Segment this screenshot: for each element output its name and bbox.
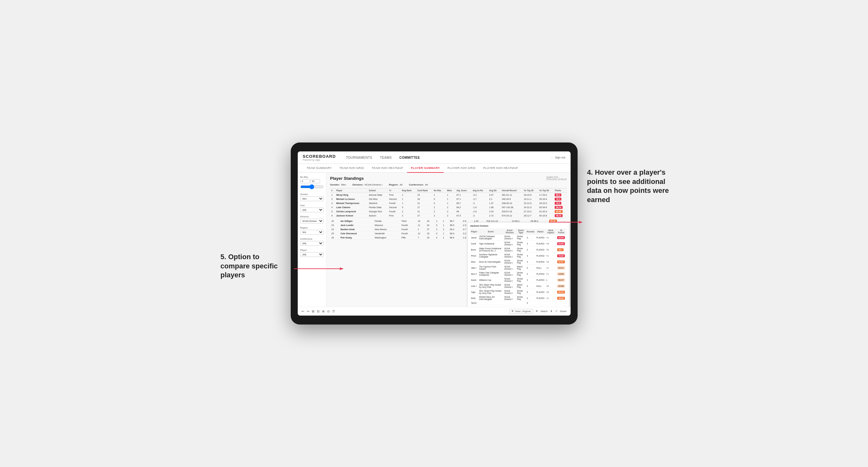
cell-points[interactable]: 70.2	[553, 201, 566, 205]
settings-button[interactable]: ⊙	[327, 310, 330, 313]
th-adj-score: Adj. Score	[455, 188, 471, 193]
sub-nav-player-h2h-grid[interactable]: PLAYER H2H GRID	[444, 164, 479, 172]
filter-region: Region: All	[389, 183, 403, 186]
filter-division-value: NCAA Division I	[365, 183, 382, 186]
filter-conference-value: All	[425, 183, 428, 186]
nav-committee[interactable]: COMMITTEE	[399, 155, 420, 161]
copy-button[interactable]: ⊟	[317, 310, 319, 313]
cell-to-par: -3.2	[471, 193, 488, 197]
eye-icon: 👁	[511, 310, 514, 313]
cell-no-rds: 1	[435, 219, 442, 223]
th-rank: #	[330, 188, 335, 193]
points-badge[interactable]: 88.2	[555, 193, 561, 196]
sub-nav-player-summary[interactable]: PLAYER SUMMARY	[407, 164, 444, 173]
th-no-rds: No Rds.	[433, 188, 446, 193]
cell-no-rds: 2	[433, 205, 446, 210]
filter-gender-value: Men	[341, 183, 346, 186]
cell-school: Florida State	[368, 205, 388, 210]
points-badge[interactable]: 88.34	[555, 206, 562, 209]
popup-cell-points: 30.47	[556, 277, 566, 283]
sidebar: No Rds. Gender Men Year	[298, 173, 327, 307]
cell-reg-rank: 1	[416, 227, 426, 231]
popup-cell-status: PLAYED	[535, 241, 546, 247]
popup-cell-player: Luke I	[470, 283, 478, 289]
sidebar-conference-select[interactable]: (All)	[300, 241, 323, 246]
nav-tournaments[interactable]: TOURNAMENTS	[346, 155, 372, 161]
popup-cell-status: PLAYED	[535, 277, 546, 283]
share-label[interactable]: Share	[560, 310, 566, 313]
tablet-frame: SCOREBOARD Powered by clippi TOURNAMENTS…	[291, 143, 578, 324]
popup-table-row: Mutti Mirabel Maui Jim Intercollegiate N…	[470, 295, 566, 301]
sidebar-no-rds-slider[interactable]	[300, 184, 323, 189]
popup-th-rounds: Rounds	[526, 228, 535, 235]
view-original-button[interactable]: 👁 View: Original	[509, 309, 533, 314]
cell-conf-rank: 21	[416, 201, 432, 205]
cell-rank: 5	[330, 210, 335, 214]
popup-cell-type: Stroke Play	[516, 235, 526, 241]
sidebar-year: Year (All)	[300, 204, 323, 212]
points-badge[interactable]: 70.2	[555, 202, 561, 205]
watch-label[interactable]: Watch	[540, 310, 548, 313]
sidebar-conference-label: Conference	[300, 238, 323, 240]
sidebar-no-rds-max[interactable]	[310, 179, 320, 183]
cell-points[interactable]: 76.3	[553, 197, 566, 201]
popup-header-row: Player Event Event Division Event Type R…	[470, 228, 566, 235]
add-button[interactable]: ⊕	[322, 310, 324, 313]
th-vs25: Vs Top 25	[523, 188, 538, 193]
cell-school: Missouri	[373, 223, 400, 227]
cell-adj-score: 68.6	[448, 236, 461, 240]
main-content: No Rds. Gender Men Year	[298, 173, 570, 307]
table-header-row: # Player School Yr Reg Rank Conf Rank No…	[330, 188, 567, 193]
cell-vs50: 35-16-4	[538, 197, 554, 201]
cell-adj-score: 67.1	[455, 193, 471, 197]
cell-to-par: -2	[471, 214, 488, 218]
sign-out-button[interactable]: Sign out	[555, 156, 565, 159]
sidebar-no-rds-min[interactable]	[300, 179, 310, 183]
undo-button[interactable]: ↩	[302, 310, 304, 313]
sidebar-year-select[interactable]: (All)	[300, 208, 323, 212]
th-wins: Wins	[446, 188, 455, 193]
cell-record: 440-26-6	[500, 197, 523, 201]
cell-points[interactable]: 88.2	[553, 193, 566, 197]
sidebar-gender-select[interactable]: Men	[300, 196, 323, 201]
sub-nav-team-summary[interactable]: TEAM SUMMARY	[303, 164, 336, 172]
sub-nav-team-h2h-heatmap[interactable]: TEAM H2H HEATMAP	[368, 164, 407, 172]
popup-cell-rounds: 3	[526, 295, 535, 301]
cell-wins: 2	[446, 205, 455, 210]
popup-cell-rounds: 3	[526, 271, 535, 277]
redo-button[interactable]: ↪	[307, 310, 309, 313]
th-conf-rank: Conf Rank	[416, 188, 432, 193]
popup-cell-status: PLAYED	[535, 289, 546, 295]
cell-points[interactable]: 80.89	[553, 210, 566, 214]
cell-points[interactable]: 88.18	[553, 214, 566, 218]
points-badge[interactable]: 80.89	[555, 210, 562, 213]
popup-cell-rank: 1	[546, 277, 556, 283]
sub-nav-player-h2h-heatmap[interactable]: PLAYER H2H HEATMAP	[479, 164, 522, 172]
popup-cell-points: 24.11	[556, 265, 566, 271]
sidebar-division: Division NCAA Division I	[300, 216, 323, 223]
popup-cell-type: Stroke Play	[516, 277, 526, 283]
popup-table-row: Tarchi 0	[470, 301, 566, 305]
annotation-right: 4. Hover over a player's points to see a…	[587, 168, 680, 204]
cell-adj-score: 68.2	[455, 205, 471, 210]
nav-teams[interactable]: TEAMS	[380, 155, 392, 161]
popup-cell-division	[503, 301, 516, 305]
points-badge[interactable]: 76.3	[555, 198, 561, 200]
cell-points[interactable]: 88.34	[553, 205, 566, 210]
grid-button[interactable]: ⊞	[312, 310, 314, 313]
sidebar-player-select[interactable]: (All)	[300, 252, 323, 257]
clock-button[interactable]: ⏱	[332, 310, 335, 313]
popup-cell-rounds: 3	[526, 247, 535, 253]
cell-avg-sg: 3.1	[488, 197, 501, 201]
points-badge[interactable]: 88.18	[555, 214, 562, 217]
popup-cell-points: 20.64	[556, 235, 566, 241]
popup-cell-type: Stroke Play	[516, 247, 526, 253]
sidebar-division-select[interactable]: NCAA Division I	[300, 219, 323, 223]
cell-avg-sg: 1.47	[488, 201, 501, 205]
cell-reg-rank: 2	[401, 214, 416, 218]
sub-nav-team-h2h-grid[interactable]: TEAM H2H GRID	[336, 164, 368, 172]
popup-cell-type: Stroke Play	[516, 253, 526, 259]
popup-cell-event: Mirabel Maui Jim Intercollegiate	[478, 295, 503, 301]
sidebar-region-select[interactable]: N/A	[300, 230, 323, 235]
right-panel: Player Standings Update time: 27/01/2024…	[327, 173, 570, 307]
